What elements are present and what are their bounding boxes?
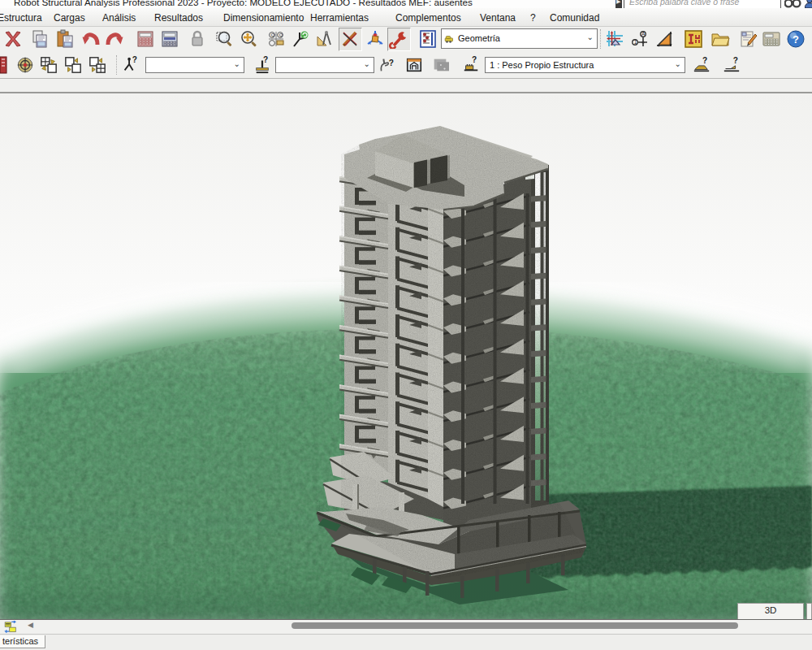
svg-text:?: ?: [389, 58, 394, 67]
svg-text:A: A: [641, 31, 646, 37]
svg-text:?: ?: [733, 56, 738, 65]
svg-text:?: ?: [472, 56, 477, 64]
svg-text:Q: Q: [279, 32, 283, 37]
svg-text:?: ?: [132, 56, 137, 64]
svg-text:?: ?: [702, 56, 707, 65]
svg-text:?: ?: [263, 56, 268, 64]
svg-text:1: 1: [634, 39, 637, 45]
svg-text:?: ?: [793, 33, 799, 46]
svg-text:Q: Q: [271, 32, 275, 37]
